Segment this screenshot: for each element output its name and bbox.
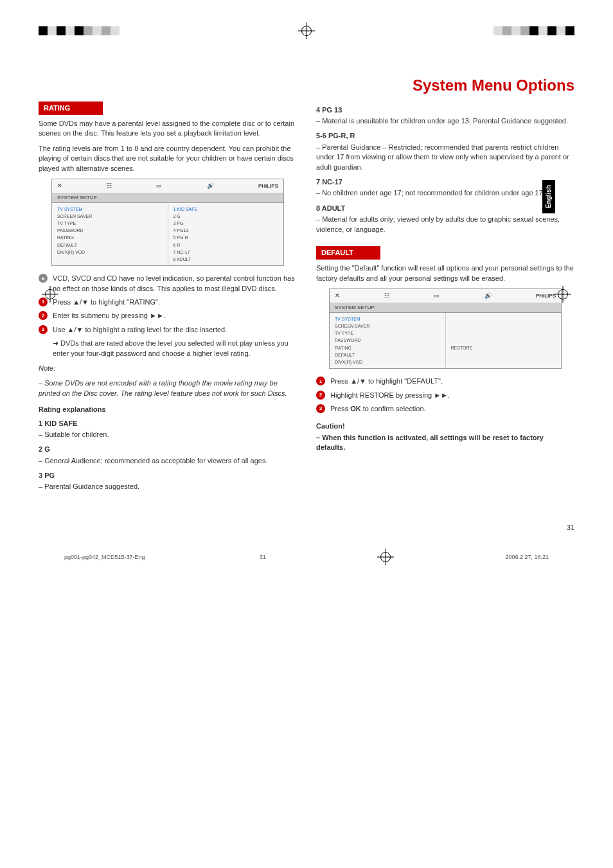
brand-label: PHILIPS xyxy=(536,292,556,299)
display-icon: ▭ xyxy=(156,182,162,190)
menu-right-list: 1 KID SAFE 2 G 3 PG 4 PG13 5 PG-R 6 R 7 … xyxy=(168,203,284,266)
default-step-1-icon: 1 xyxy=(316,376,325,385)
footer-timestamp: 2006.2.27, 16:21 xyxy=(505,553,549,562)
step-3-icon: 3 xyxy=(39,325,48,334)
level-2-body: – General Audience; recommended as accep… xyxy=(39,456,297,466)
caution-body: – When this function is activated, all s… xyxy=(316,433,574,453)
level-4-body: – Material is unsuitable for children un… xyxy=(316,116,574,126)
default-step-2-text: Highlight RESTORE by pressing ►►. xyxy=(330,391,574,400)
level-8-header: 8 ADULT xyxy=(316,204,574,213)
crosshair-icon xyxy=(301,26,312,36)
display-icon: ▭ xyxy=(434,292,440,300)
speaker-icon: 🔊 xyxy=(484,292,492,300)
left-column: RATING Some DVDs may have a parental lev… xyxy=(39,102,297,497)
bullet-dot-icon: ● xyxy=(39,274,48,283)
footer: pg001-pg042_MCD515-37-Eng 31 2006.2.27, … xyxy=(39,552,574,562)
footer-filename: pg001-pg042_MCD515-37-Eng xyxy=(64,553,145,562)
default-step-2-icon: 2 xyxy=(316,391,325,400)
default-section-header: DEFAULT xyxy=(316,246,380,260)
tools-icon: ✕ xyxy=(335,292,340,300)
brand-label: PHILIPS xyxy=(258,182,278,190)
default-step-3-text: Press OK to confirm selection. xyxy=(330,404,574,414)
step-2-icon: 2 xyxy=(39,311,48,320)
level-1-body: – Suitable for children. xyxy=(39,430,297,439)
level-3-header: 3 PG xyxy=(39,471,297,481)
equalizer-icon: ☷ xyxy=(107,182,112,190)
default-menu-screenshot: ✕ ☷ ▭ 🔊 PHILIPS SYSTEM SETUP TV SYSTEM S… xyxy=(329,288,562,369)
rating-intro-1: Some DVDs may have a parental level assi… xyxy=(39,119,297,139)
registration-marks-top xyxy=(39,26,574,36)
tools-icon: ✕ xyxy=(57,182,62,190)
rating-section-header: RATING xyxy=(39,102,103,115)
side-crosshair-right xyxy=(558,289,568,299)
level-7-body: – No children under age 17; not recommen… xyxy=(316,188,574,198)
level-5-6-body: – Parental Guidance – Restricted; recomm… xyxy=(316,143,574,172)
default-step-1-text: Press ▲/▼ to highlight "DEFAULT". xyxy=(330,376,574,386)
step-3-text: Use ▲/▼ to highlight a rating level for … xyxy=(53,325,297,335)
level-1-header: 1 KID SAFE xyxy=(39,419,297,429)
speaker-icon: 🔊 xyxy=(207,182,214,190)
step-1-text: Press ▲/▼ to highlight "RATING". xyxy=(53,297,297,307)
equalizer-icon: ☷ xyxy=(384,292,389,300)
footer-page: 31 xyxy=(260,553,266,562)
step-3-subtext: ➜ DVDs that are rated above the level yo… xyxy=(53,339,297,359)
caution-header: Caution! xyxy=(316,421,574,431)
footer-crosshair-icon xyxy=(380,552,391,562)
level-8-body: – Material for adults only; viewed only … xyxy=(316,215,574,235)
language-tab: English xyxy=(542,180,555,213)
level-4-header: 4 PG 13 xyxy=(316,105,574,115)
level-5-6-header: 5-6 PG-R, R xyxy=(316,131,574,141)
rating-menu-screenshot: ✕ ☷ ▭ 🔊 PHILIPS SYSTEM SETUP TV SYSTEM S… xyxy=(51,179,284,266)
menu-left-list: TV SYSTEM SCREEN SAVER TV TYPE PASSWORD … xyxy=(330,313,445,368)
rating-intro-2: The rating levels are from 1 to 8 and ar… xyxy=(39,144,297,173)
rating-explanations-header: Rating explanations xyxy=(39,405,297,414)
default-intro: Setting the "Default" function will rese… xyxy=(316,263,574,283)
page-number: 31 xyxy=(39,523,574,533)
note-body: – Some DVDs are not encoded with a ratin… xyxy=(39,378,297,398)
level-7-header: 7 NC-17 xyxy=(316,177,574,187)
level-3-body: – Parental Guidance suggested. xyxy=(39,482,297,492)
menu-left-list: TV SYSTEM SCREEN SAVER TV TYPE PASSWORD … xyxy=(52,203,168,266)
page-title: System Menu Options xyxy=(39,75,574,96)
default-step-3-icon: 3 xyxy=(316,404,325,413)
note-label: Note: xyxy=(39,364,297,373)
menu-right-value: RESTORE xyxy=(445,313,562,368)
side-crosshair-left xyxy=(45,289,55,299)
menu-tab-label: SYSTEM SETUP xyxy=(52,193,283,203)
step-2-text: Enter its submenu by pressing ►►. xyxy=(53,311,297,321)
menu-tab-label: SYSTEM SETUP xyxy=(330,303,561,313)
level-2-header: 2 G xyxy=(39,445,297,454)
vcd-note: VCD, SVCD and CD have no level indicatio… xyxy=(53,274,297,294)
right-column: 4 PG 13 – Material is unsuitable for chi… xyxy=(316,102,574,497)
